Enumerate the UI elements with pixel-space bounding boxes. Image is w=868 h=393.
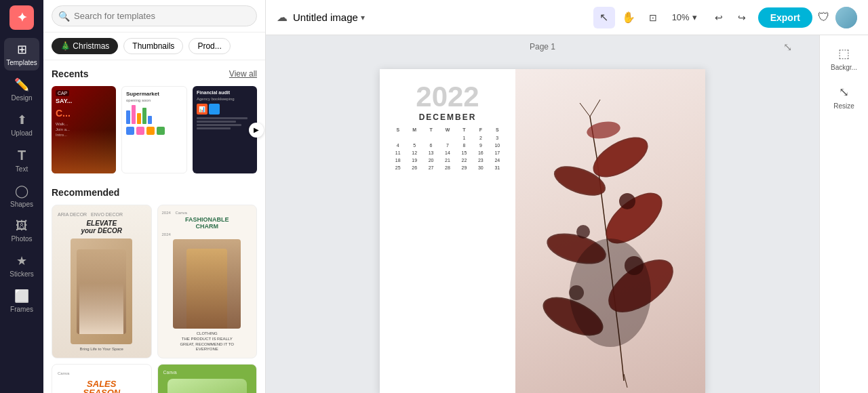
elevate-tagline: Bring Life to Your Space: [80, 347, 123, 351]
sidebar-item-shapes-label: Shapes: [10, 201, 33, 208]
sales-brand: Canva: [58, 371, 146, 375]
toolbar-left: ☁ Untitled image ▾: [277, 11, 588, 24]
sidebar-item-stickers[interactable]: ★ Stickers: [4, 249, 39, 282]
dow-s: S: [390, 127, 406, 132]
right-panel-background[interactable]: ⬚ Backgr...: [824, 41, 865, 77]
toolbar-right: ↩ ↪ Export 🛡: [708, 7, 857, 28]
calendar-month: DECEMBER: [419, 112, 477, 122]
zoom-value: 10%: [672, 12, 690, 22]
calendar-grid: S M T W T F S 0000 123: [390, 127, 505, 171]
zoom-control[interactable]: 10% ▾: [667, 9, 703, 25]
save-cloud-icon[interactable]: ☁: [277, 11, 288, 24]
dow-sa: S: [490, 127, 505, 132]
layout-icon: ⊡: [649, 12, 657, 23]
sidebar-item-templates[interactable]: ⊞ Templates: [4, 38, 39, 70]
sidebar-item-design-label: Design: [11, 94, 32, 102]
hand-tool-button[interactable]: ✋: [618, 7, 639, 28]
resize-label: Resize: [833, 102, 854, 110]
icon-sidebar: ✦ ⊞ Templates ✏️ Design ⬆ Upload T Text …: [0, 0, 43, 393]
svg-line-20: [624, 374, 627, 388]
toolbar-tools: ↖ ✋ ⊡ 10% ▾: [593, 7, 703, 28]
redo-button[interactable]: ↪: [731, 7, 753, 28]
undo-icon: ↩: [715, 12, 723, 23]
right-panel-resize[interactable]: ⤡ Resize: [824, 79, 865, 115]
sidebar-item-templates-label: Templates: [6, 59, 37, 66]
recent-card-2[interactable]: Supermarket opening soon: [121, 86, 187, 173]
svg-line-18: [580, 103, 590, 117]
carousel-next-arrow[interactable]: ▶: [249, 123, 264, 138]
zoom-chevron: ▾: [692, 12, 697, 22]
resize-icon: ⤡: [839, 85, 849, 100]
sidebar-item-upload[interactable]: ⬆ Upload: [4, 108, 39, 141]
svg-line-19: [590, 100, 600, 117]
filter-chip-thumbnails[interactable]: Thumbnails: [123, 38, 183, 54]
user-avatar[interactable]: [835, 7, 857, 28]
hand-icon: ✋: [622, 11, 635, 24]
shield-icon[interactable]: 🛡: [818, 10, 830, 24]
sidebar-item-text-label: Text: [16, 165, 28, 173]
export-button[interactable]: Export: [758, 7, 812, 28]
redo-icon: ↪: [738, 12, 746, 23]
undo-button[interactable]: ↩: [708, 7, 730, 28]
template-panel: 🔍 🎄 Christmas Thumbnails Prod... Recents…: [43, 0, 266, 393]
rec-card-sales[interactable]: Canva SALESSEASON SUPER SALE Shop Now →: [52, 364, 152, 393]
recommended-grid: ARIA DECOR ENVO DECOR ELEVATEyour DECOR …: [52, 205, 257, 393]
green-product-img: [167, 379, 247, 393]
recents-grid: CAP SAY... C... Walk... Join a... Intro.…: [52, 86, 257, 173]
file-title-text: Untitled image: [293, 12, 358, 23]
card-title-1: SAY...: [56, 98, 112, 105]
search-input[interactable]: [52, 5, 257, 26]
recent-card-3[interactable]: Financial audit Agency bookkeeping 📊: [193, 86, 257, 173]
fashion-img: [173, 239, 241, 329]
svg-point-14: [576, 225, 590, 239]
rec-card-green[interactable]: Canva: [157, 364, 258, 393]
calendar-header-row: S M T W T F S: [390, 127, 505, 132]
filter-chip-christmas[interactable]: 🎄 Christmas: [52, 38, 118, 54]
view-all-button[interactable]: View all: [229, 69, 257, 79]
sidebar-item-photos[interactable]: 🖼 Photos: [4, 215, 39, 247]
sidebar-item-stickers-label: Stickers: [9, 270, 34, 278]
canvas-document[interactable]: 2022 DECEMBER S M T W T F S: [380, 69, 705, 393]
fashion-title: FASHIONABLECHARM: [185, 216, 229, 230]
background-label: Backgr...: [831, 64, 857, 71]
rec-card-fashion[interactable]: 2024 Canva FASHIONABLECHARM 2024 CLOTHIN…: [157, 205, 258, 358]
green-brand: Canva: [163, 370, 177, 375]
recents-section-header: Recents View all: [52, 68, 257, 79]
text-icon: T: [18, 148, 26, 163]
sidebar-item-frames[interactable]: ⬜ Frames: [4, 285, 39, 317]
rec-card-elevate[interactable]: ARIA DECOR ENVO DECOR ELEVATEyour DECOR …: [52, 205, 152, 358]
sales-title: SALESSEASON: [83, 379, 120, 393]
leaf-svg: [515, 69, 705, 393]
filter-chip-prod[interactable]: Prod...: [189, 38, 230, 54]
filter-chips: 🎄 Christmas Thumbnails Prod...: [43, 33, 265, 60]
panel-content: Recents View all CAP SAY... C... Walk...…: [43, 60, 265, 393]
file-title-chevron: ▾: [361, 13, 365, 22]
sidebar-item-shapes[interactable]: ◯ Shapes: [4, 180, 39, 212]
r2-bars: [126, 105, 182, 124]
svg-point-13: [619, 193, 635, 209]
sidebar-item-photos-label: Photos: [11, 235, 32, 243]
dow-m: M: [406, 127, 422, 132]
layout-tool-button[interactable]: ⊡: [642, 7, 664, 28]
background-icon: ⬚: [838, 46, 850, 61]
sidebar-item-text[interactable]: T Text: [4, 144, 39, 177]
canvas-expand-icon[interactable]: ⤡: [783, 41, 792, 54]
search-icon: 🔍: [58, 11, 70, 22]
upload-icon: ⬆: [17, 112, 27, 127]
top-toolbar: ☁ Untitled image ▾ ↖ ✋ ⊡ 10% ▾: [266, 0, 868, 35]
cursor-tool-button[interactable]: ↖: [593, 7, 615, 28]
file-title[interactable]: Untitled image ▾: [293, 12, 365, 23]
dow-w: W: [439, 127, 455, 132]
sidebar-item-design[interactable]: ✏️ Design: [4, 73, 39, 106]
templates-icon: ⊞: [17, 42, 27, 57]
photos-icon: 🖼: [16, 219, 28, 233]
main-area: ☁ Untitled image ▾ ↖ ✋ ⊡ 10% ▾: [266, 0, 868, 393]
recent-card-1[interactable]: CAP SAY... C... Walk... Join a... Intro.…: [52, 86, 116, 173]
app-logo[interactable]: ✦: [9, 5, 34, 30]
calendar-year: 2022: [416, 83, 479, 111]
botanical-image: [515, 69, 705, 393]
undo-redo-group: ↩ ↪: [708, 7, 753, 28]
r2-title: Supermarket: [126, 91, 182, 97]
r3-title: Financial audit: [197, 90, 253, 95]
card-badge-1: CAP: [56, 90, 69, 96]
